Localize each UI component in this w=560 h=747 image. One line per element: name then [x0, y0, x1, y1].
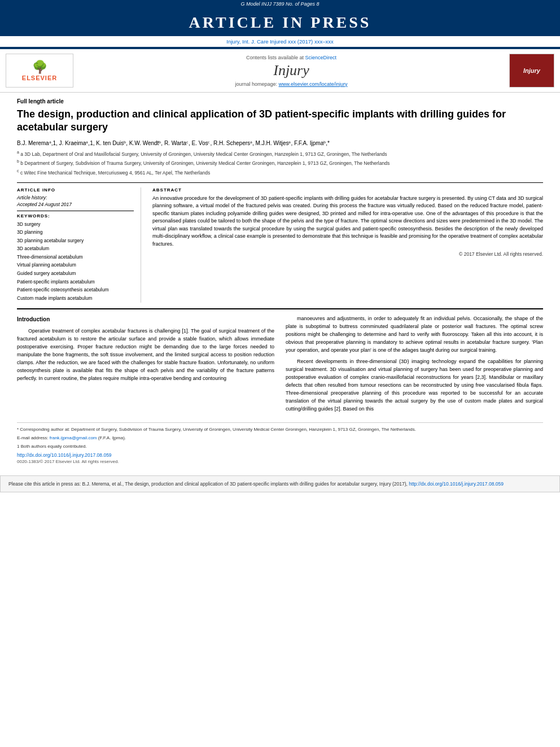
introduction-col2-text: manoeuvres and adjustments, in order to … [286, 315, 543, 413]
main-content: Full length article The design, producti… [0, 93, 560, 470]
keywords-list: 3D surgery 3D planning 3D planning aceta… [17, 221, 134, 303]
doi-link[interactable]: http://dx.doi.org/10.1016/j.injury.2017.… [17, 452, 543, 458]
email-link[interactable]: frank.ijpma@gmail.com [50, 435, 97, 440]
abstract-copyright: © 2017 Elsevier Ltd. All rights reserved… [152, 251, 543, 257]
body-section: Introduction Operative treatment of comp… [17, 308, 543, 416]
tree-icon: 🌳 [32, 60, 47, 75]
article-type: Full length article [17, 98, 543, 104]
top-bar: G Model INJJ 7389 No. of Pages 8 [0, 0, 560, 8]
article-info-col: ARTICLE INFO Article history: Accepted 2… [17, 187, 141, 303]
email-footnote: E-mail address: frank.ijpma@gmail.com (F… [17, 435, 543, 442]
keyword-5: Three-dimensional acetabulum [17, 254, 134, 261]
keywords-label: Keywords: [17, 213, 134, 219]
sci-direct-link[interactable]: ScienceDirect [305, 55, 337, 60]
footnote-section: * Corresponding author at: Department of… [17, 422, 543, 450]
injury-logo: Injury [509, 54, 554, 88]
corresponding-author: * Corresponding author at: Department of… [17, 426, 543, 433]
body-two-col: Introduction Operative treatment of comp… [17, 315, 543, 416]
history-label: Article history: [17, 195, 134, 200]
introduction-heading: Introduction [17, 315, 274, 324]
keyword-6: Virtual planning acetabulum [17, 261, 134, 269]
abstract-label: ABSTRACT [152, 187, 543, 193]
affiliation-b: b b Department of Surgery, Subdivision o… [17, 159, 543, 167]
elsevier-logo: 🌳 ELSEVIER [6, 54, 73, 88]
affiliation-c: c c Witec Fine Mechanical Technique, Mer… [17, 168, 543, 177]
keyword-1: 3D surgery [17, 221, 134, 229]
keyword-4: 3D acetabulum [17, 245, 134, 253]
affiliations: a a 3D Lab, Department of Oral and Maxil… [17, 150, 543, 177]
accepted-date: Accepted 24 August 2017 [17, 202, 134, 207]
keyword-9: Patient-specific osteosynthesis acetabul… [17, 286, 134, 294]
sci-direct-note: Contents lists available at ScienceDirec… [85, 55, 498, 60]
article-in-press-banner: ARTICLE IN PRESS [0, 8, 560, 36]
issn-line: 0020-1383/© 2017 Elsevier Ltd. All right… [17, 459, 543, 464]
article-history: Article history: Accepted 24 August 2017 [17, 195, 134, 207]
keyword-8: Patient-specific implants acetabulum [17, 278, 134, 286]
journal-name: Injury [85, 62, 498, 79]
homepage-line: journal homepage: www.elsevier.com/locat… [85, 81, 498, 87]
keyword-2: 3D planning [17, 229, 134, 237]
journal-reference: Injury, Int. J. Care Injured xxx (2017) … [0, 36, 560, 47]
introduction-col1-text: Operative treatment of complex acetabula… [17, 327, 274, 383]
article-info-abstract-section: ARTICLE INFO Article history: Accepted 2… [17, 182, 543, 303]
body-col-right: manoeuvres and adjustments, in order to … [286, 315, 543, 416]
article-title: The design, production and clinical appl… [17, 108, 543, 134]
citation-doi-link[interactable]: http://dx.doi.org/10.1016/j.injury.2017.… [409, 481, 504, 487]
abstract-col: ABSTRACT An innovative procedure for the… [152, 187, 543, 303]
journal-header: 🌳 ELSEVIER Contents lists available at S… [0, 48, 560, 93]
abstract-text: An innovative procedure for the developm… [152, 195, 543, 248]
affiliation-a: a a 3D Lab, Department of Oral and Maxil… [17, 150, 543, 158]
journal-center-info: Contents lists available at ScienceDirec… [73, 55, 509, 87]
keyword-3: 3D planning acetabular surgery [17, 237, 134, 245]
article-info-label: ARTICLE INFO [17, 187, 134, 193]
body-col-left: Introduction Operative treatment of comp… [17, 315, 274, 416]
citation-bar: Please cite this article in press as: B.… [0, 475, 560, 493]
homepage-link[interactable]: www.elsevier.com/locate/injury [279, 81, 348, 87]
keyword-10: Custom made implants acetabulum [17, 295, 134, 303]
equal-contribution-note: 1 Both authors equally contributed. [17, 443, 543, 450]
keyword-7: Guided surgery acetabulum [17, 270, 134, 278]
authors: B.J. Meremaᵃ,1, J. Kraeimaᵃ,1, K. ten Du… [17, 140, 543, 146]
